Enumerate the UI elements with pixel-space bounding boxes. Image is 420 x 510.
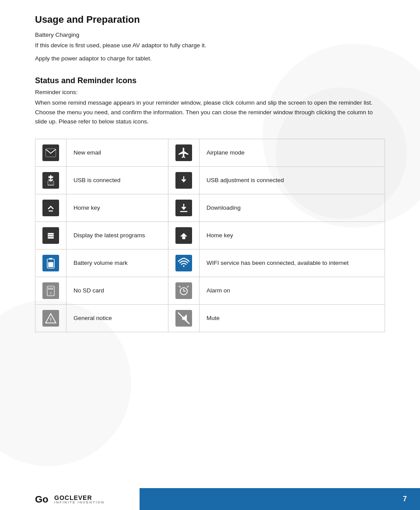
- wifi-icon: [175, 255, 192, 271]
- logo-icon: Go: [35, 493, 51, 505]
- svg-rect-19: [48, 237, 54, 239]
- table-row: New email Airplane mode: [35, 139, 385, 166]
- svg-rect-22: [182, 236, 185, 239]
- label-alarm: Alarm on: [199, 277, 385, 304]
- no-sd-icon: !: [42, 282, 59, 299]
- label-new-email: New email: [66, 139, 168, 166]
- table-row: Home key Downloading: [35, 194, 385, 222]
- warning-icon: !: [42, 310, 59, 327]
- home-key-icon: [42, 200, 59, 216]
- svg-point-26: [183, 265, 185, 267]
- svg-text:!: !: [50, 292, 52, 295]
- footer-bar: 7: [140, 488, 420, 510]
- icon-cell-wifi: [168, 249, 199, 277]
- section2-subtitle: Reminder icons:: [35, 89, 385, 95]
- usb-icon: [42, 172, 59, 189]
- download-icon: [175, 200, 192, 216]
- footer: Go GOCLEVER INFINITE INVENTION 7: [0, 488, 420, 510]
- label-downloading: Downloading: [199, 194, 385, 222]
- svg-rect-18: [48, 235, 54, 237]
- icon-cell-home: [168, 222, 199, 249]
- icon-cell-usb: [35, 166, 66, 194]
- icon-cell-mute: [168, 304, 199, 332]
- svg-rect-2: [48, 181, 54, 185]
- table-row: USB is connected USB adjustment is conne…: [35, 166, 385, 194]
- icon-cell-usb-down: [168, 166, 199, 194]
- label-mute: Mute: [199, 304, 385, 332]
- svg-rect-24: [49, 258, 52, 260]
- alarm-icon: [175, 282, 192, 299]
- icon-cell-home-key: [35, 194, 66, 222]
- icon-cell-airplane: [168, 139, 199, 166]
- svg-rect-17: [48, 233, 54, 235]
- latest-programs-icon: [42, 227, 59, 244]
- icon-cell-warning: !: [35, 304, 66, 332]
- usb-down-icon: [175, 172, 192, 189]
- label-latest-programs: Display the latest programs: [66, 222, 168, 249]
- icon-cell-email: [35, 139, 66, 166]
- table-row: ! General notice Mute: [35, 304, 385, 332]
- label-no-sd: No SD card: [66, 277, 168, 304]
- svg-line-37: [187, 286, 188, 287]
- icon-cell-no-sd: !: [35, 277, 66, 304]
- battery-icon: [42, 255, 59, 271]
- section1-line2: Apply the power adaptor to charge for ta…: [35, 54, 385, 63]
- label-general-notice: General notice: [66, 304, 168, 332]
- logo-sub: INFINITE INVENTION: [54, 500, 105, 504]
- label-wifi: WIFI service has been connected, availab…: [199, 249, 385, 277]
- icon-cell-latest-programs: [35, 222, 66, 249]
- section1-line1: If this device is first used, please use…: [35, 41, 385, 50]
- section2-heading: Status and Reminder Icons: [35, 76, 385, 85]
- label-battery-mark: Battery volume mark: [66, 249, 168, 277]
- label-home-key-2: Home key: [199, 222, 385, 249]
- label-airplane-mode: Airplane mode: [199, 139, 385, 166]
- table-row: Battery volume mark WIFI service has bee…: [35, 249, 385, 277]
- table-row: Display the latest programs Home key: [35, 222, 385, 249]
- label-usb-adjustment: USB adjustment is connected: [199, 166, 385, 194]
- label-usb-connected: USB is connected: [66, 166, 168, 194]
- svg-line-36: [179, 286, 180, 287]
- svg-line-40: [178, 313, 189, 324]
- home-icon: [175, 227, 192, 244]
- svg-text:!: !: [50, 317, 52, 322]
- svg-rect-0: [46, 149, 56, 157]
- mute-icon: [175, 310, 192, 327]
- section1-heading: Battery Charging: [35, 32, 385, 38]
- section2-para1: When some remind message appears in your…: [35, 98, 385, 127]
- status-icons-table: New email Airplane mode: [35, 139, 385, 332]
- icon-cell-alarm: [168, 277, 199, 304]
- icon-cell-battery: [35, 249, 66, 277]
- email-icon: [42, 144, 59, 161]
- svg-rect-25: [48, 262, 53, 267]
- table-row: ! No SD card: [35, 277, 385, 304]
- page-number: 7: [403, 495, 407, 503]
- icon-cell-download: [168, 194, 199, 222]
- airplane-icon: [175, 144, 192, 161]
- svg-text:Go: Go: [35, 494, 49, 505]
- page-title: Usage and Preparation: [35, 14, 385, 25]
- label-home-key: Home key: [66, 194, 168, 222]
- footer-logo-area: Go GOCLEVER INFINITE INVENTION: [0, 488, 140, 510]
